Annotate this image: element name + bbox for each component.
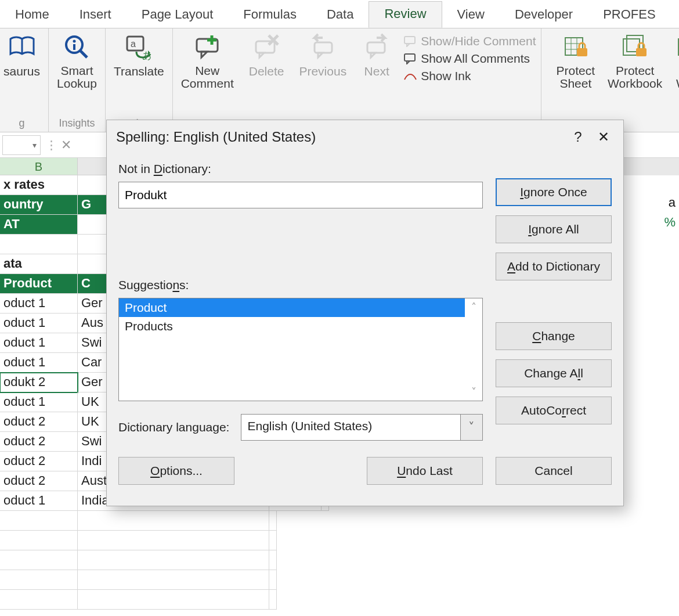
cancel-edit-icon[interactable]: ✕ xyxy=(61,138,71,153)
delete-comment-icon xyxy=(251,32,281,62)
dialog-title-text: Spelling: English (United States) xyxy=(116,129,316,145)
cell[interactable]: oduct 1 xyxy=(0,333,78,353)
cell[interactable] xyxy=(269,511,277,531)
cell[interactable]: ountry xyxy=(0,195,78,215)
tab-developer[interactable]: Developer xyxy=(500,2,588,28)
tab-formulas[interactable]: Formulas xyxy=(228,2,312,28)
suggestion-item[interactable]: Product xyxy=(119,298,465,317)
dialog-titlebar[interactable]: Spelling: English (United States) ? ✕ xyxy=(107,120,623,154)
close-button[interactable]: ✕ xyxy=(591,127,616,147)
cell[interactable] xyxy=(0,590,78,610)
options-button[interactable]: Options... xyxy=(118,457,234,485)
svg-rect-12 xyxy=(315,42,332,53)
cell[interactable] xyxy=(78,531,269,550)
delete-comment-button[interactable]: Delete xyxy=(245,32,288,90)
cell[interactable] xyxy=(0,570,78,590)
cell[interactable] xyxy=(0,235,78,254)
protect-workbook-icon xyxy=(620,32,650,62)
protect-workbook-button[interactable]: ProtectWorkbook xyxy=(604,32,666,90)
change-button[interactable]: Change xyxy=(496,322,612,350)
cell[interactable] xyxy=(78,550,269,570)
tab-page-layout[interactable]: Page Layout xyxy=(127,2,229,28)
svg-marker-19 xyxy=(407,61,410,64)
show-hide-comment-toggle[interactable]: Show/Hide Comment xyxy=(403,34,536,48)
name-box[interactable] xyxy=(2,135,41,155)
cell[interactable] xyxy=(78,570,269,590)
show-all-comments-toggle[interactable]: Show All Comments xyxy=(403,52,536,66)
peek-percent: % xyxy=(621,215,679,235)
cell[interactable]: oduct 2 xyxy=(0,471,78,491)
cell[interactable]: ata xyxy=(0,254,78,274)
cancel-button[interactable]: Cancel xyxy=(496,457,612,485)
tab-home[interactable]: Home xyxy=(0,2,64,28)
translate-button[interactable]: aあ Translate L xyxy=(106,28,172,132)
suggestion-item[interactable]: Products xyxy=(119,317,465,336)
listbox-scrollbar[interactable]: ˄ ˅ xyxy=(465,298,482,401)
tab-data[interactable]: Data xyxy=(312,2,369,28)
cell[interactable]: x rates xyxy=(0,175,78,195)
svg-rect-3 xyxy=(73,44,75,50)
cell[interactable]: AT xyxy=(0,215,78,235)
ignore-all-button[interactable]: Ignore All xyxy=(496,215,612,243)
change-all-button[interactable]: Change All xyxy=(496,359,612,387)
cell[interactable]: odukt 2 xyxy=(0,373,78,392)
ignore-once-button[interactable]: Ignore Once xyxy=(496,178,612,206)
cell[interactable]: oduct 2 xyxy=(0,412,78,432)
cell[interactable] xyxy=(0,511,78,531)
cell[interactable] xyxy=(269,590,277,610)
cell[interactable] xyxy=(269,550,277,570)
tab-review[interactable]: Review xyxy=(369,1,442,28)
cell[interactable] xyxy=(0,550,78,570)
next-comment-icon xyxy=(362,32,392,62)
dictionary-language-value: English (United States) xyxy=(241,415,460,440)
tab-insert[interactable]: Insert xyxy=(64,2,127,28)
col-header-b[interactable]: B xyxy=(0,158,78,175)
new-comment-label: NewComment xyxy=(181,64,234,90)
share-workbook-button[interactable]: ShaWork xyxy=(671,32,679,90)
cell[interactable] xyxy=(78,590,269,610)
tab-view[interactable]: View xyxy=(442,2,500,28)
not-in-dictionary-input[interactable] xyxy=(118,182,483,208)
autocorrect-button[interactable]: AutoCorrect xyxy=(496,397,612,424)
cell[interactable]: oduct 2 xyxy=(0,452,78,471)
smart-lookup-label: SmartLookup xyxy=(57,64,97,90)
smart-lookup-button[interactable]: SmartLookup Insights xyxy=(49,28,105,132)
delete-comment-label: Delete xyxy=(249,64,284,78)
previous-comment-label: Previous xyxy=(299,64,346,78)
cell[interactable]: oduct 1 xyxy=(0,491,78,511)
thesaurus-button[interactable]: saurus g xyxy=(0,28,48,132)
scroll-up-icon[interactable]: ˄ xyxy=(471,301,476,314)
undo-last-button[interactable]: Undo Last xyxy=(367,457,483,485)
share-workbook-icon xyxy=(675,32,679,62)
previous-comment-button[interactable]: Previous xyxy=(295,32,350,90)
protect-sheet-button[interactable]: ProtectSheet xyxy=(553,32,599,90)
previous-comment-icon xyxy=(308,32,338,62)
new-comment-button[interactable]: NewComment xyxy=(178,32,237,90)
thesaurus-label: saurus xyxy=(3,64,40,78)
cell[interactable] xyxy=(269,531,277,550)
cell[interactable] xyxy=(78,511,269,531)
cell[interactable]: oduct 1 xyxy=(0,314,78,333)
cell[interactable] xyxy=(269,570,277,590)
protect-workbook-label: ProtectWorkbook xyxy=(608,64,662,90)
cell[interactable]: oduct 1 xyxy=(0,392,78,412)
help-button[interactable]: ? xyxy=(565,127,591,147)
dictionary-language-label: Dictionary language: xyxy=(118,420,229,434)
cell[interactable]: oduct 1 xyxy=(0,294,78,314)
cell[interactable]: oduct 1 xyxy=(0,353,78,373)
cell[interactable]: Product xyxy=(0,274,78,294)
svg-rect-24 xyxy=(636,48,647,56)
add-to-dictionary-button[interactable]: Add to Dictionary xyxy=(496,253,612,280)
next-comment-button[interactable]: Next xyxy=(358,32,395,90)
tab-professor[interactable]: PROFES xyxy=(588,2,670,28)
scroll-down-icon[interactable]: ˅ xyxy=(471,386,476,398)
cell[interactable] xyxy=(0,531,78,550)
svg-rect-21 xyxy=(577,48,587,56)
dictionary-language-select[interactable]: English (United States) ˅ xyxy=(241,414,483,441)
svg-point-2 xyxy=(73,40,76,43)
suggestions-listbox[interactable]: ProductProducts ˄ ˅ xyxy=(118,298,483,401)
chevron-down-icon[interactable]: ˅ xyxy=(460,415,482,440)
show-ink-toggle[interactable]: Show Ink xyxy=(403,69,536,83)
comments-small-icon xyxy=(403,53,417,64)
cell[interactable]: oduct 2 xyxy=(0,432,78,452)
